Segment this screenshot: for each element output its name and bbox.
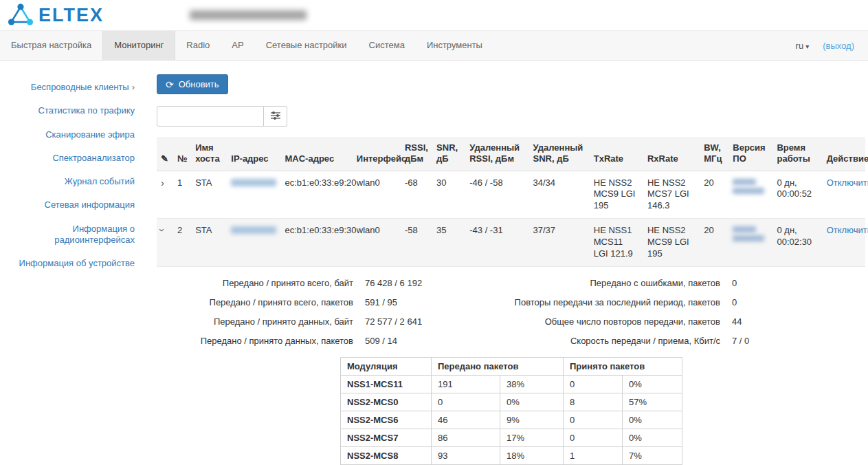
refresh-button[interactable]: ⟳ Обновить: [157, 74, 228, 94]
tab-system[interactable]: Система: [358, 31, 416, 60]
redacted-client-ip[interactable]: [231, 179, 276, 186]
client-rssi: -58: [401, 219, 432, 267]
stat-value: 72 577 / 2 641: [365, 316, 482, 327]
sidebar-item-air-scan[interactable]: Сканирование эфира: [0, 123, 146, 147]
modulation-table: Модуляция Передано пакетов Принято пакет…: [340, 357, 682, 465]
col-snr: SNR, дБ: [432, 137, 465, 171]
stat-value: 509 / 14: [365, 336, 482, 346]
tab-monitoring[interactable]: Мониторинг: [102, 31, 175, 60]
stat-label: Передано / принято всего, пакетов: [157, 297, 353, 307]
filter-sliders-icon: [271, 111, 280, 122]
stat-value: 591 / 95: [365, 297, 482, 307]
filter-button[interactable]: [264, 106, 287, 127]
sidebar-item-spectrum-analyzer[interactable]: Спектроанализатор: [0, 147, 146, 170]
modulation-row: NSS2-MCS6 46 9% 0 0%: [341, 411, 682, 429]
mod-rx-pct: 0%: [623, 375, 682, 393]
tab-radio[interactable]: Radio: [175, 31, 221, 60]
client-mac: ec:b1:e0:33:e9:30: [280, 219, 352, 267]
collapse-row-icon[interactable]: ›: [157, 228, 168, 232]
mod-name: NSS1-MCS11: [341, 375, 432, 393]
chevron-right-icon: ›: [132, 82, 135, 92]
stat-label: Передано / принято данных, пакетов: [157, 336, 353, 346]
mod-tx-count: 191: [432, 375, 500, 393]
stat-value: 44: [732, 316, 865, 327]
col-mac: MAC-адрес: [280, 137, 352, 171]
col-firmware: Версия ПО: [728, 137, 772, 171]
client-rxrate: HE NSS2 MCS7 LGI 146.3: [643, 171, 700, 219]
client-mac: ec:b1:e0:33:e9:20: [280, 171, 352, 219]
client-snr: 35: [432, 219, 465, 267]
stat-label: Общее число повторов передачи, пакетов: [493, 316, 720, 327]
mod-rx-count: 8: [564, 393, 623, 411]
disconnect-link[interactable]: Отключить: [827, 177, 868, 188]
tab-network-settings[interactable]: Сетевые настройки: [255, 31, 358, 60]
sidebar-item-network-info[interactable]: Сетевая информация: [0, 193, 146, 217]
tab-tools[interactable]: Инструменты: [416, 31, 493, 60]
client-remote-snr: 37/37: [529, 219, 590, 267]
tab-ap[interactable]: AP: [221, 31, 254, 60]
client-remote-rssi: -43 / -31: [465, 219, 528, 267]
edit-columns-icon[interactable]: ✎: [161, 153, 168, 164]
sidebar-item-event-log[interactable]: Журнал событий: [0, 170, 146, 193]
client-remote-snr: 34/34: [529, 171, 590, 219]
stat-value: 76 428 / 6 192: [365, 278, 482, 288]
stat-label: Передано / принято всего, байт: [157, 278, 353, 288]
col-interface: Интерфейс: [353, 137, 401, 171]
client-uptime: 0 дн, 00:02:30: [772, 219, 822, 267]
search-input[interactable]: [157, 106, 264, 127]
mod-rx-pct: 0%: [623, 411, 682, 429]
top-header: ELTEX: [0, 0, 868, 30]
table-row: › 2 STA ec:b1:e0:33:e9:30 wlan0 -58 35 -…: [157, 219, 865, 267]
sidebar-item-traffic-stats[interactable]: Статистика по трафику: [0, 99, 146, 122]
mod-rx-pct: 0%: [623, 429, 682, 446]
language-selector[interactable]: ru▾: [796, 41, 810, 51]
client-details: Передано / принято всего, байт 76 428 / …: [157, 278, 865, 465]
col-ip: IP-адрес: [227, 137, 280, 171]
stat-label: Передано с ошибками, пакетов: [493, 278, 720, 288]
main-content: ⟳ Обновить: [146, 61, 868, 465]
mod-tx-count: 46: [432, 411, 500, 429]
mod-rx-count: 0: [564, 429, 623, 446]
mod-rx-count: 0: [564, 375, 623, 393]
mod-tx-pct: 17%: [500, 429, 564, 446]
redacted-client-firmware: [733, 188, 764, 194]
client-txrate: HE NSS2 MCS9 LGI 195: [590, 171, 643, 219]
mod-tx-pct: 38%: [500, 375, 564, 393]
sidebar-item-wireless-clients[interactable]: Беспроводные клиенты›: [0, 76, 146, 99]
sidebar: Беспроводные клиенты› Статистика по траф…: [0, 61, 146, 275]
client-hostname: STA: [191, 219, 227, 267]
client-rssi: -68: [401, 171, 432, 219]
client-txrate: HE NSS1 MCS11 LGI 121.9: [590, 219, 643, 267]
mod-rx-count: 1: [564, 446, 623, 464]
search-group: [157, 106, 865, 127]
col-action: Действие: [823, 137, 865, 171]
client-uptime: 0 дн, 00:00:52: [772, 171, 822, 219]
redacted-client-firmware: [733, 235, 764, 241]
redacted-client-ip[interactable]: [231, 226, 276, 234]
client-snr: 30: [432, 171, 465, 219]
expand-row-icon[interactable]: ›: [161, 177, 164, 188]
mod-rx-pct: 7%: [623, 446, 682, 464]
client-bw: 20: [700, 171, 728, 219]
nav-tabs: Быстрая настройка Мониторинг Radio AP Се…: [0, 31, 493, 60]
col-num: №: [173, 137, 191, 171]
modulation-row: NSS2-MCS0 0 0% 8 57%: [341, 393, 682, 411]
client-stats: Передано / принято всего, байт 76 428 / …: [157, 278, 865, 346]
nav-right: ru▾ (выход): [796, 31, 868, 60]
table-row: › 1 STA ec:b1:e0:33:e9:20 wlan0 -68 30 -…: [157, 171, 865, 219]
mod-col-rx: Принято пакетов: [564, 357, 682, 375]
client-interface: wlan0: [353, 219, 401, 267]
refresh-icon: ⟳: [166, 80, 174, 89]
tab-quick-setup[interactable]: Быстрая настройка: [0, 31, 102, 60]
disconnect-link[interactable]: Отключить: [827, 225, 868, 235]
clients-table-header-row: ✎ № Имя хоста IP-адрес MAC-адрес Интерфе…: [157, 137, 865, 171]
mod-name: NSS2-MCS7: [341, 429, 432, 446]
modulation-row: NSS1-MCS11 191 38% 0 0%: [341, 375, 682, 393]
sidebar-item-radio-interfaces-info[interactable]: Информация о радиоинтерфейсах: [0, 217, 146, 252]
stat-label: Повторы передачи за последний период, па…: [493, 297, 720, 307]
logout-link[interactable]: (выход): [823, 41, 854, 51]
mod-tx-pct: 0%: [500, 393, 564, 411]
col-bw: BW, МГц: [700, 137, 728, 171]
sidebar-item-device-info[interactable]: Информация об устройстве: [0, 252, 146, 275]
clients-table: ✎ № Имя хоста IP-адрес MAC-адрес Интерфе…: [157, 137, 865, 267]
